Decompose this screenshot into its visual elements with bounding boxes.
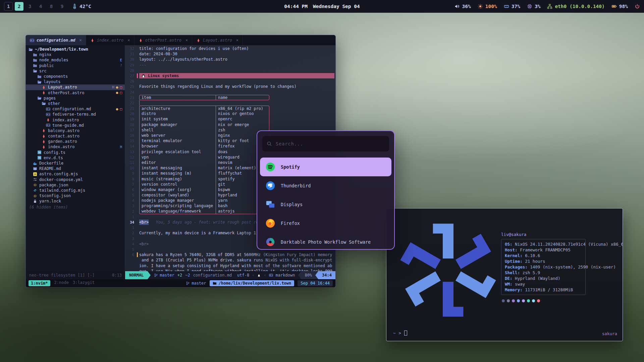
search-input[interactable]	[262, 136, 389, 152]
table-cell: distro	[140, 111, 216, 116]
darktable-icon	[265, 237, 275, 247]
workspace-1[interactable]: 1	[4, 2, 13, 11]
clock-date: Wednesday Sep 04	[313, 4, 360, 9]
shell-prompt[interactable]: ~ >	[393, 330, 407, 336]
tree-item-balcony.astro[interactable]: balcony.astro	[26, 128, 125, 133]
folder-open-icon	[33, 69, 37, 73]
launcher-item-Thunderbird[interactable]: Thunderbird	[260, 176, 391, 195]
line-content: Linux systems	[139, 73, 335, 78]
sign-column	[137, 116, 139, 122]
tmux-window-2:node[interactable]: 2:node	[54, 280, 69, 286]
tree-item-garden.astro[interactable]: garden.astro	[26, 139, 125, 144]
tree-item-label: layouts	[44, 79, 61, 84]
table-row: web servernginx	[139, 133, 269, 138]
tree-item-pages[interactable]: pages	[26, 96, 125, 101]
tree-item-otherPost.astro[interactable]: otherPost.astro●□	[26, 90, 125, 96]
buffer-line: 6sakura has a Ryzen 5 7640U, 32GB of DDR…	[125, 252, 335, 257]
markdown-icon	[30, 38, 34, 43]
tree-item-config.ts[interactable]: config.ts	[26, 150, 125, 155]
sign-column	[137, 241, 139, 247]
close-icon[interactable]: ×	[185, 38, 188, 43]
tmux-git-branch: master	[186, 281, 206, 286]
tree-item-index.astro[interactable]: index.astroH	[26, 144, 125, 149]
tree-item-env.d.ts[interactable]: env.d.ts	[26, 155, 125, 161]
info-key: Kernel:	[505, 253, 523, 258]
launcher-item-Spotify[interactable]: Spotify	[260, 158, 391, 176]
workspace-4[interactable]: 4	[36, 2, 45, 11]
sign-column	[137, 236, 139, 241]
tree-item-src[interactable]: src	[26, 68, 125, 74]
tree-item-components[interactable]: components	[26, 74, 125, 79]
network-icon	[547, 4, 552, 9]
displays-icon	[265, 199, 275, 209]
module-brightness[interactable]: 100%	[478, 4, 497, 9]
tree-item-yarn.lock[interactable]: yarn.lock	[26, 198, 125, 204]
tab-index.astro[interactable]: index.astro×	[86, 35, 135, 45]
line-number: 10	[125, 165, 137, 171]
tree-item-contact.astro[interactable]: contact.astro	[26, 133, 125, 139]
line-number: 6	[125, 252, 137, 257]
tree-item-astro.config.mjs[interactable]: astro.config.mjs	[26, 171, 125, 177]
tab-otherPost.astro[interactable]: otherPost.astro×	[135, 35, 193, 45]
tree-item-layouts[interactable]: layouts	[26, 79, 125, 84]
battery-value: 98%	[619, 4, 628, 9]
table-cell: init system	[140, 116, 216, 122]
battery-icon	[611, 4, 617, 9]
tree-item-node_modules[interactable]: node_modulesE	[26, 57, 125, 63]
module-battery[interactable]: 98%	[611, 4, 628, 9]
tree-item-README.md[interactable]: README.md	[26, 166, 125, 171]
launcher-item-Darktable Photo Workflow Software[interactable]: Darktable Photo Workflow Software	[260, 233, 391, 250]
workspace-3[interactable]: 3	[25, 2, 34, 11]
temperature-module[interactable]: 42°C	[72, 4, 91, 9]
launcher-item-Firefox[interactable]: Firefox	[260, 214, 391, 233]
line-content	[139, 100, 335, 106]
buffer-line: 25Favorite things regarding Linux and my…	[125, 84, 335, 89]
workspace-2[interactable]: 2	[15, 2, 23, 11]
tree-item-index.astro[interactable]: index.astro	[26, 117, 125, 122]
tab-configuration.md[interactable]: configuration.md×	[26, 35, 86, 45]
tree-item-public[interactable]: public?	[26, 63, 125, 68]
module-cpu[interactable]: 3%	[527, 4, 540, 9]
tree-item-nginx[interactable]: nginx	[26, 52, 125, 57]
tree-item-configuration.md[interactable]: configuration.md●□	[26, 106, 125, 112]
tree-item-markers: ?	[120, 63, 122, 68]
system-info-row: OS: NixOS 24.11.20240828.71e91c4 (Vicuna…	[505, 241, 582, 247]
launcher-item-Displays[interactable]: Displays	[260, 195, 391, 214]
tree-item-package.json[interactable]: package.json	[26, 182, 125, 188]
astro-icon	[90, 38, 95, 43]
table-cell: terminal emulator	[140, 138, 216, 143]
module-memory[interactable]: 37%	[504, 4, 520, 9]
tree-item-docker-compose.yml[interactable]: docker-compose.yml	[26, 177, 125, 182]
line-number: 2	[125, 230, 137, 236]
line-content	[139, 68, 335, 73]
module-power[interactable]	[635, 4, 640, 9]
tree-item-tsconfig.json[interactable]: tsconfig.json	[26, 193, 125, 198]
module-network[interactable]: eth0 (10.0.0.140)	[547, 4, 604, 9]
info-key: Shell:	[505, 270, 520, 275]
tab-Layout.astro[interactable]: Layout.astro×	[192, 35, 243, 45]
workspace-9[interactable]: 9	[58, 2, 66, 11]
tree-item-tailwind.config.mjs[interactable]: tailwind.config.mjs	[26, 188, 125, 193]
table-row: instant messagingmatrix (element)	[139, 165, 269, 171]
tree-item-Layout.astro[interactable]: Layout.astroH●□	[26, 84, 125, 90]
sign-column	[137, 106, 139, 111]
close-icon[interactable]: ×	[236, 38, 238, 43]
tmux-window-1:nvim*[interactable]: 1:nvim*	[29, 280, 50, 286]
close-icon[interactable]: ×	[127, 38, 130, 43]
workspace-8[interactable]: 8	[47, 2, 56, 11]
tree-item-fediverse-terms.md[interactable]: fediverse-terms.md	[26, 112, 125, 117]
sign-column	[137, 57, 139, 62]
branch-name: master	[160, 273, 174, 278]
tree-item-Dockerfile[interactable]: Dockerfile	[26, 161, 125, 166]
tree-item-tone-guide.md[interactable]: tone-guide.md	[26, 123, 125, 128]
module-volume[interactable]: 36%	[454, 4, 471, 9]
close-icon[interactable]: ×	[79, 38, 82, 43]
marker: H	[112, 85, 114, 89]
sign-column	[137, 257, 139, 263]
tree-item-other[interactable]: other	[26, 101, 125, 106]
tree-item-~/Development/liv.town[interactable]: ~/Development/liv.town	[26, 47, 125, 52]
workspaces: 123489	[4, 2, 66, 11]
buffer-line: and a 2TB (Crucial P5 Plus) NVMe drive. …	[125, 257, 335, 263]
tmux-window-3:lazygit[interactable]: 3:lazygit	[73, 280, 95, 286]
launcher-item-label: Darktable Photo Workflow Software	[281, 239, 371, 245]
